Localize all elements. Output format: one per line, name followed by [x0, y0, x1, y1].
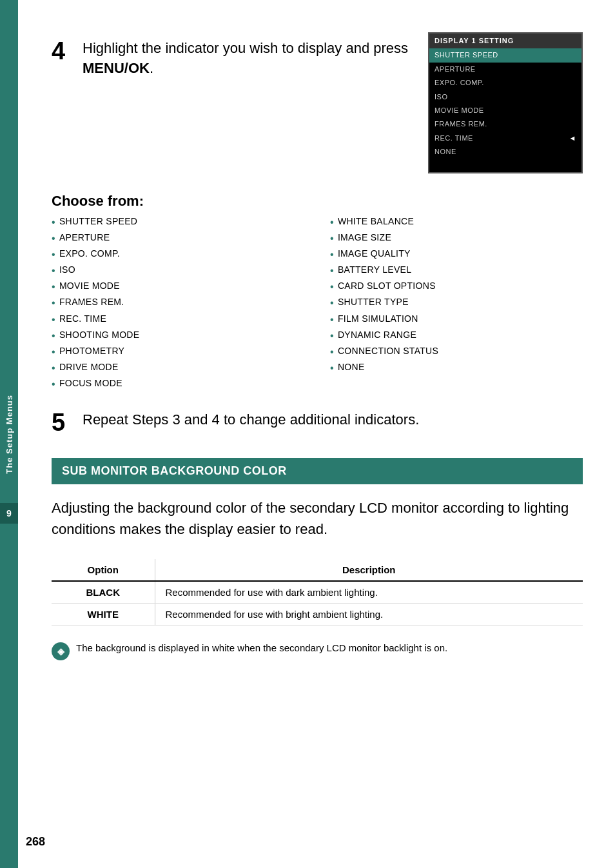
item-label: FRAMES REM.	[59, 297, 124, 307]
item-label: SHOOTING MODE	[59, 330, 139, 340]
item-label: NONE	[338, 362, 365, 372]
list-item: •REC. TIME	[52, 313, 304, 326]
bullet-icon: •	[52, 297, 55, 309]
item-label: ISO	[59, 264, 75, 275]
table-row: BLACK Recommended for use with dark ambi…	[52, 581, 583, 604]
bullet-icon: •	[52, 362, 55, 374]
note-icon-symbol: ◈	[57, 646, 64, 656]
camera-menu-title: DISPLAY 1 SETTING	[429, 34, 581, 48]
bullet-icon: •	[52, 346, 55, 358]
item-label: REC. TIME	[59, 313, 106, 324]
table-row: WHITE Recommended for use with bright am…	[52, 603, 583, 625]
list-item: •FOCUS MODE	[52, 378, 304, 390]
item-label: SHUTTER SPEED	[59, 216, 137, 226]
bullet-icon: •	[52, 264, 55, 277]
list-item: •NONE	[330, 362, 583, 374]
item-label: PHOTOMETRY	[59, 346, 124, 356]
bullet-icon: •	[52, 216, 55, 228]
list-item: •CONNECTION STATUS	[330, 346, 583, 358]
list-item: •SHUTTER TYPE	[330, 297, 583, 309]
bullet-icon: •	[330, 297, 334, 309]
table-col1-header: Option	[52, 559, 155, 581]
side-tab-label: The Setup Menus	[5, 395, 14, 474]
list-item: •WHITE BALANCE	[330, 216, 583, 228]
list-item: •DRIVE MODE	[52, 362, 304, 374]
list-item: •MOVIE MODE	[52, 281, 304, 293]
item-label: FILM SIMULATION	[338, 313, 418, 324]
camera-menu-item-5: FRAMES REM.	[429, 117, 581, 131]
item-label: DYNAMIC RANGE	[338, 330, 416, 340]
bullet-icon: •	[330, 362, 334, 374]
camera-menu-item-6-arrow: ◄	[569, 133, 576, 143]
page-number-bottom: 268	[26, 835, 45, 849]
bullet-icon: •	[330, 216, 334, 228]
step5-text: Repeat Steps 3 and 4 to change additiona…	[83, 410, 583, 430]
camera-menu-item-1: APERTURE	[429, 63, 581, 76]
list-item: •DYNAMIC RANGE	[330, 330, 583, 342]
item-label: MOVIE MODE	[59, 281, 120, 291]
camera-menu: DISPLAY 1 SETTING SHUTTER SPEED APERTURE…	[428, 32, 583, 173]
list-item: •IMAGE QUALITY	[330, 248, 583, 261]
table-cell-option-0: BLACK	[52, 581, 155, 604]
side-tab: The Setup Menus	[0, 0, 18, 868]
choose-left-col: •SHUTTER SPEED •APERTURE •EXPO. COMP. •I…	[52, 216, 304, 395]
bullet-icon: •	[330, 281, 334, 293]
bullet-icon: •	[52, 248, 55, 261]
table-col2-header: Description	[155, 559, 583, 581]
item-label: IMAGE QUALITY	[338, 248, 411, 259]
bullet-icon: •	[52, 378, 55, 390]
bullet-icon: •	[330, 264, 334, 277]
camera-menu-item-2: EXPO. COMP.	[429, 76, 581, 90]
step4-bold: MENU/OK	[83, 60, 150, 76]
bullet-icon: •	[52, 281, 55, 293]
choose-from: Choose from: •SHUTTER SPEED •APERTURE •E…	[52, 193, 583, 395]
item-label: IMAGE SIZE	[338, 232, 391, 242]
camera-menu-item-6: REC. TIME ◄	[429, 132, 581, 145]
step4-text-after: .	[150, 60, 153, 76]
step5-number: 5	[52, 410, 72, 435]
camera-menu-item-4: MOVIE MODE	[429, 104, 581, 117]
section-description: Adjusting the background color of the se…	[52, 497, 583, 540]
list-item: •BATTERY LEVEL	[330, 264, 583, 277]
note-icon: ◈	[52, 642, 70, 660]
item-label: APERTURE	[59, 232, 110, 242]
item-label: CARD SLOT OPTIONS	[338, 281, 436, 291]
list-item: •CARD SLOT OPTIONS	[330, 281, 583, 293]
list-item: •APERTURE	[52, 232, 304, 244]
main-content: 4 DISPLAY 1 SETTING SHUTTER SPEED APERTU…	[26, 0, 615, 686]
note-block: ◈ The background is displayed in white w…	[52, 641, 583, 660]
note-text: The background is displayed in white whe…	[76, 641, 447, 656]
camera-menu-item-3: ISO	[429, 90, 581, 104]
camera-menu-item-0: SHUTTER SPEED	[429, 48, 581, 62]
item-label: EXPO. COMP.	[59, 248, 120, 259]
list-item: •SHOOTING MODE	[52, 330, 304, 342]
list-item: •SHUTTER SPEED	[52, 216, 304, 228]
step4-number: 4	[52, 39, 72, 63]
bullet-icon: •	[52, 232, 55, 244]
list-item: •FRAMES REM.	[52, 297, 304, 309]
choose-right-col: •WHITE BALANCE •IMAGE SIZE •IMAGE QUALIT…	[330, 216, 583, 395]
step5-block: 5 Repeat Steps 3 and 4 to change additio…	[52, 410, 583, 435]
bullet-icon: •	[52, 330, 55, 342]
table-cell-desc-0: Recommended for use with dark ambient li…	[155, 581, 583, 604]
item-label: DRIVE MODE	[59, 362, 119, 372]
item-label: SHUTTER TYPE	[338, 297, 409, 307]
camera-menu-item-6-label: REC. TIME	[434, 133, 473, 143]
item-label: CONNECTION STATUS	[338, 346, 438, 356]
page-number-badge: 9	[0, 503, 18, 524]
item-label: BATTERY LEVEL	[338, 264, 411, 275]
options-table: Option Description BLACK Recommended for…	[52, 559, 583, 626]
list-item: •FILM SIMULATION	[330, 313, 583, 326]
step4-text-before: Highlight the indicator you wish to disp…	[83, 40, 408, 56]
list-item: •IMAGE SIZE	[330, 232, 583, 244]
bullet-icon: •	[330, 330, 334, 342]
bullet-icon: •	[330, 248, 334, 261]
choose-columns: •SHUTTER SPEED •APERTURE •EXPO. COMP. •I…	[52, 216, 583, 395]
bullet-icon: •	[330, 346, 334, 358]
camera-menu-item-7: NONE	[429, 145, 581, 159]
bullet-icon: •	[330, 232, 334, 244]
table-cell-desc-1: Recommended for use with bright ambient …	[155, 603, 583, 625]
bullet-icon: •	[330, 313, 334, 326]
choose-from-title: Choose from:	[52, 193, 583, 210]
list-item: •PHOTOMETRY	[52, 346, 304, 358]
